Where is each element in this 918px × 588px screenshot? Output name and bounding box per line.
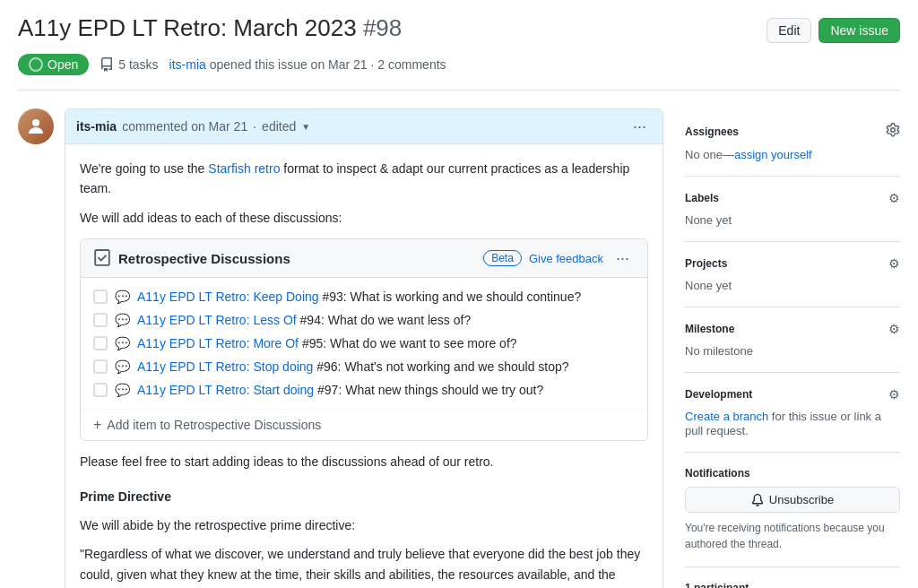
unsubscribe-label: Unsubscribe — [769, 493, 834, 506]
comment-container: its-mia commented on Mar 21 · edited ▼ ·… — [18, 108, 663, 588]
edited-label: · — [253, 119, 256, 134]
tasks-icon — [100, 57, 114, 72]
task-link-5[interactable]: A11y EPD LT Retro: Start doing — [137, 383, 314, 397]
task-link-1[interactable]: A11y EPD LT Retro: Keep Doing — [137, 290, 319, 304]
sidebar-participants-section: 1 participant — [685, 567, 900, 588]
assignees-gear-icon[interactable] — [886, 123, 900, 140]
main-content: its-mia commented on Mar 21 · edited ▼ ·… — [18, 108, 663, 588]
prime-directive-quote: "Regardless of what we discover, we unde… — [80, 544, 648, 588]
milestone-value: No milestone — [685, 344, 753, 358]
chat-icon-4: 💬 — [115, 359, 130, 374]
add-icon: + — [93, 417, 101, 433]
bell-icon — [751, 494, 764, 506]
chat-icon-1: 💬 — [115, 290, 130, 304]
sidebar-milestone-section: Milestone ⚙ No milestone — [685, 307, 900, 373]
avatar — [18, 108, 54, 144]
assignees-value: No one—assign yourself — [685, 148, 812, 161]
beta-badge: Beta — [483, 250, 522, 266]
tasklist-title-group: Retrospective Discussions — [93, 249, 290, 267]
body-after-list: Please feel free to start adding ideas t… — [80, 452, 648, 471]
task-text-1: A11y EPD LT Retro: Keep Doing #93: What … — [137, 290, 581, 304]
author-link[interactable]: its-mia — [169, 57, 206, 72]
task-checkbox-4[interactable] — [93, 359, 108, 374]
task-checkbox-3[interactable] — [93, 336, 108, 350]
tasklist-options-button[interactable]: ··· — [611, 248, 635, 268]
milestone-gear-icon[interactable]: ⚙ — [888, 322, 900, 336]
comment-body: We're going to use the Starfish retro fo… — [65, 144, 663, 588]
sidebar-labels-section: Labels ⚙ None yet — [685, 177, 900, 242]
comment-header-left: its-mia commented on Mar 21 · edited ▼ — [76, 119, 310, 134]
task-checkbox-5[interactable] — [93, 383, 108, 397]
chat-icon-3: 💬 — [115, 336, 130, 350]
open-circle-icon — [29, 57, 43, 72]
tasks-badge: 5 tasks — [100, 57, 158, 72]
edited-chevron-icon[interactable]: ▼ — [301, 122, 310, 132]
sidebar: Assignees No one—assign yourself Labels … — [685, 108, 900, 588]
comment-header-actions: ··· — [628, 117, 652, 136]
comment-options-button[interactable]: ··· — [628, 117, 652, 136]
sidebar-notifications-header: Notifications — [685, 467, 900, 480]
issue-header: A11y EPD LT Retro: March 2023 #98 Edit N… — [18, 14, 900, 43]
issue-meta-text: its-mia opened this issue on Mar 21 · 2 … — [169, 57, 446, 72]
sidebar-labels-header: Labels ⚙ — [685, 191, 900, 205]
task-text-3: A11y EPD LT Retro: More Of #95: What do … — [137, 336, 517, 350]
issue-meta: Open 5 tasks its-mia opened this issue o… — [18, 54, 900, 91]
status-label: Open — [48, 57, 78, 72]
task-item-4: 💬 A11y EPD LT Retro: Stop doing #96: Wha… — [81, 355, 647, 378]
labels-gear-icon[interactable]: ⚙ — [888, 191, 900, 205]
projects-value: None yet — [685, 279, 732, 292]
projects-title: Projects — [685, 257, 727, 270]
development-value: Create a branch for this issue or link a… — [685, 410, 881, 437]
new-issue-button[interactable]: New issue — [818, 18, 900, 43]
task-item: 💬 A11y EPD LT Retro: Keep Doing #93: Wha… — [81, 285, 647, 308]
tasklist-header-right: Beta Give feedback ··· — [483, 248, 635, 268]
open-date: Mar 21 — [328, 57, 368, 72]
status-badge: Open — [18, 54, 89, 75]
edited-text: edited — [262, 119, 296, 134]
create-branch-link[interactable]: Create a branch — [685, 410, 768, 423]
assign-yourself-link[interactable]: assign yourself — [734, 148, 812, 161]
issue-title-text: A11y EPD LT Retro: March 2023 — [18, 14, 357, 41]
task-checkbox-1[interactable] — [93, 290, 108, 304]
tasklist-items: 💬 A11y EPD LT Retro: Keep Doing #93: Wha… — [81, 278, 647, 409]
labels-value: None yet — [685, 213, 732, 227]
task-link-2[interactable]: A11y EPD LT Retro: Less Of — [137, 313, 297, 327]
tasklist-add-item[interactable]: + Add item to Retrospective Discussions — [81, 409, 647, 440]
sidebar-assignees-section: Assignees No one—assign yourself — [685, 108, 900, 177]
tasklist-box: Retrospective Discussions Beta Give feed… — [80, 238, 648, 441]
comment-header: its-mia commented on Mar 21 · edited ▼ ·… — [65, 109, 663, 144]
tasks-count: 5 tasks — [118, 57, 158, 72]
task-link-4[interactable]: A11y EPD LT Retro: Stop doing — [137, 359, 313, 374]
comments-count: 2 comments — [377, 57, 446, 72]
development-title: Development — [685, 388, 752, 401]
gear-svg-assignees — [886, 123, 900, 137]
projects-gear-icon[interactable]: ⚙ — [888, 256, 900, 271]
issue-title: A11y EPD LT Retro: March 2023 #98 — [18, 14, 402, 42]
comment-timestamp: commented on Mar 21 — [122, 119, 247, 134]
task-item-5: 💬 A11y EPD LT Retro: Start doing #97: Wh… — [81, 378, 647, 402]
unsubscribe-button[interactable]: Unsubscribe — [685, 487, 900, 513]
comment-box: its-mia commented on Mar 21 · edited ▼ ·… — [65, 108, 663, 588]
task-checkbox-2[interactable] — [93, 313, 108, 327]
notifications-title: Notifications — [685, 467, 750, 480]
comment-author[interactable]: its-mia — [76, 119, 117, 134]
comment-line1: We're going to use the Starfish retro fo… — [80, 159, 648, 199]
edit-button[interactable]: Edit — [766, 18, 811, 43]
svg-point-0 — [32, 119, 39, 126]
development-gear-icon[interactable]: ⚙ — [888, 387, 900, 402]
sidebar-notifications-section: Notifications Unsubscribe You're receivi… — [685, 453, 900, 567]
task-item-2: 💬 A11y EPD LT Retro: Less Of #94: What d… — [81, 308, 647, 332]
tasklist-header: Retrospective Discussions Beta Give feed… — [81, 239, 647, 278]
starfish-link[interactable]: Starfish retro — [208, 161, 280, 176]
labels-title: Labels — [685, 192, 719, 204]
task-text-4: A11y EPD LT Retro: Stop doing #96: What'… — [137, 359, 569, 374]
give-feedback-link[interactable]: Give feedback — [529, 252, 603, 265]
add-item-label: Add item to Retrospective Discussions — [107, 418, 321, 432]
task-link-3[interactable]: A11y EPD LT Retro: More Of — [137, 336, 299, 350]
comment-line2: We will add ideas to each of these discu… — [80, 208, 648, 228]
tasklist-icon — [93, 249, 111, 267]
main-layout: its-mia commented on Mar 21 · edited ▼ ·… — [18, 108, 900, 588]
sidebar-projects-header: Projects ⚙ — [685, 256, 900, 271]
sidebar-development-header: Development ⚙ — [685, 387, 900, 402]
avatar-icon — [25, 116, 47, 137]
